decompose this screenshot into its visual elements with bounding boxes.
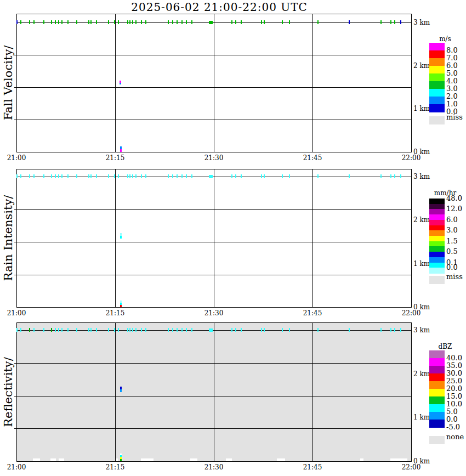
reflectivity-v-gridline: [115, 322, 116, 461]
detection-tick: [43, 328, 44, 332]
detection-tick: [127, 174, 128, 178]
rain-intensity-legend-band: [429, 209, 445, 214]
detection-tick: [67, 328, 69, 332]
reflectivity-legend-miss-swatch: [429, 436, 445, 444]
detection-tick: [61, 174, 62, 178]
fall-velocity-x-tick-label: 22:00: [399, 154, 423, 162]
detection-tick: [394, 174, 395, 178]
reflectivity-axis-tick: [14, 428, 16, 429]
detection-tick: [76, 20, 77, 24]
detection-tick: [20, 20, 21, 24]
detection-tick: [261, 20, 262, 24]
detection-tick: [76, 174, 77, 178]
detection-square: [209, 175, 213, 178]
detection-tick: [51, 174, 52, 178]
detection-tick: [181, 20, 183, 24]
reflectivity-y-tick-label: 3 km: [413, 326, 435, 335]
detection-tick: [264, 174, 265, 178]
detection-tick: [33, 328, 35, 332]
detection-tick: [289, 174, 290, 178]
reflectivity-legend-band: [429, 420, 445, 428]
detection-tick: [264, 328, 265, 332]
rain-intensity-legend-band: [429, 263, 445, 268]
detection-tick: [235, 20, 236, 24]
radar-time-height-chart: 2025-06-02 21:00-22:00 UTC 3 km2 km1 km0…: [0, 0, 466, 476]
rain-intensity-legend-label: 3.0: [446, 226, 466, 235]
detection-tick: [282, 174, 283, 178]
echo-cell: [120, 149, 122, 152]
detection-tick: [289, 20, 290, 24]
rain-intensity-legend-band: [429, 214, 445, 220]
detection-tick: [55, 328, 56, 332]
rain-intensity-legend-band: [429, 204, 445, 209]
fall-velocity-legend-miss-swatch: [429, 116, 445, 124]
detection-tick: [16, 328, 18, 332]
rain-intensity-legend-label: 6.0: [446, 216, 466, 224]
detection-tick: [58, 174, 59, 178]
detection-tick: [168, 174, 169, 178]
detection-tick: [114, 174, 115, 178]
detection-tick: [88, 174, 89, 178]
detection-tick: [264, 20, 265, 24]
detection-tick: [186, 174, 187, 178]
detection-tick: [400, 20, 401, 24]
rain-intensity-x-tick-label: 21:15: [103, 309, 127, 318]
rain-intensity-legend-label: 48.0: [446, 194, 466, 203]
detection-tick: [118, 20, 119, 24]
detection-tick: [20, 328, 21, 332]
reflectivity-legend-title: dBZ: [423, 342, 466, 351]
detection-tick: [177, 20, 178, 24]
rain-intensity-legend-band: [429, 225, 445, 231]
rain-intensity-legend-band: [429, 257, 445, 263]
detection-tick: [177, 174, 178, 178]
echo-cell: [120, 83, 121, 84]
detection-tick: [43, 20, 44, 24]
echo-cell: [120, 389, 122, 392]
fall-velocity-v-gridline: [312, 14, 313, 152]
surface-white-strip: [277, 458, 285, 461]
detection-tick: [96, 20, 97, 24]
detection-tick: [390, 174, 391, 178]
detection-tick: [177, 328, 178, 332]
reflectivity-v-gridline: [214, 322, 214, 461]
detection-tick: [51, 328, 52, 332]
detection-tick: [58, 20, 59, 24]
reflectivity-legend-band: [429, 358, 445, 366]
detection-tick: [61, 328, 62, 332]
fall-velocity-x-tick-label: 21:00: [4, 154, 29, 162]
detection-tick: [145, 328, 146, 332]
detection-tick: [231, 174, 232, 178]
fall-velocity-legend-miss-label: miss: [446, 113, 466, 122]
fall-velocity-legend-band: [429, 43, 445, 51]
detection-tick: [400, 328, 401, 332]
detection-tick: [67, 174, 69, 178]
detection-tick: [349, 328, 350, 332]
detection-tick: [132, 174, 133, 178]
fall-velocity-legend-band: [429, 50, 445, 59]
rain-intensity-x-tick-label: 21:45: [300, 309, 325, 318]
rain-intensity-x-tick-label: 21:00: [4, 309, 29, 318]
detection-square: [209, 21, 213, 24]
reflectivity-x-tick-label: 21:30: [202, 463, 226, 472]
detection-tick: [96, 328, 97, 332]
chart-title: 2025-06-02 21:00-22:00 UTC: [99, 1, 340, 14]
detection-tick: [172, 328, 173, 332]
reflectivity-legend-miss-label: none: [446, 433, 466, 441]
detection-tick: [191, 20, 192, 24]
detection-tick: [127, 20, 128, 24]
detection-tick: [129, 174, 130, 178]
rain-intensity-ylabel: Rain Intensity/: [2, 195, 15, 281]
detection-tick: [16, 174, 18, 178]
reflectivity-x-tick-label: 21:45: [300, 463, 325, 472]
fall-velocity-v-gridline: [115, 14, 116, 152]
detection-tick: [61, 20, 62, 24]
surface-white-strip: [59, 458, 64, 461]
reflectivity-x-tick-label: 21:15: [103, 463, 127, 472]
detection-tick: [16, 20, 18, 24]
reflectivity-v-gridline: [312, 322, 313, 461]
fall-velocity-x-tick-label: 21:30: [202, 154, 226, 162]
rain-intensity-legend-label: 12.0: [446, 205, 466, 213]
fall-velocity-legend-band: [429, 58, 445, 66]
reflectivity-ylabel: Reflectivity/: [2, 357, 15, 427]
fall-velocity-y-tick-label: 3 km: [413, 18, 435, 27]
